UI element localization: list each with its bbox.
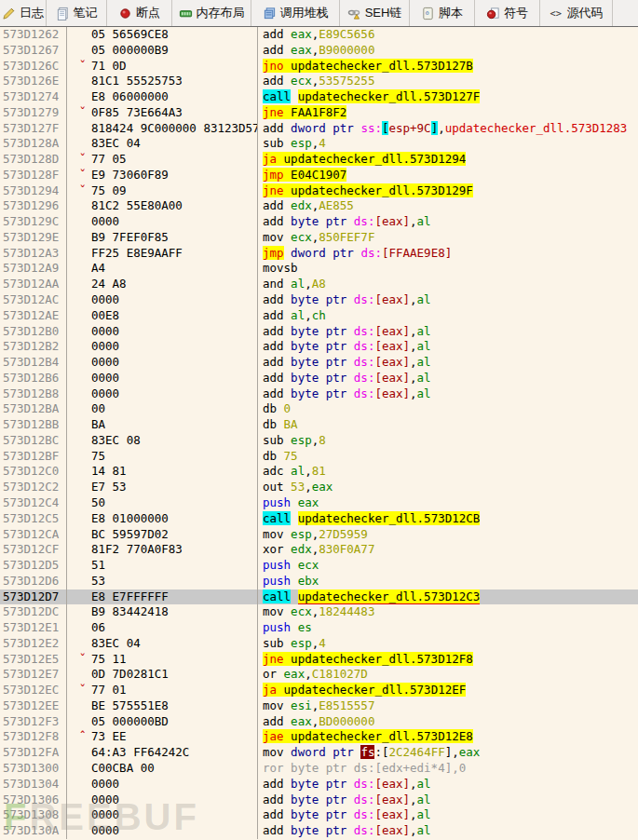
disasm-row[interactable]: 573D12AE00E8add al,ch bbox=[0, 308, 638, 324]
disasm-row[interactable]: 573D1300C00CBA 00ror byte ptr ds:[edx+ed… bbox=[0, 761, 638, 777]
tab-source[interactable]: <>源代码 bbox=[540, 0, 613, 26]
disasm-row[interactable]: 573D1279ˇ0F85 73E664A3jne FAA1F8F2 bbox=[0, 105, 638, 121]
disasm-row[interactable]: 573D12C450push eax bbox=[0, 495, 638, 511]
instruction-token: sub bbox=[263, 433, 291, 447]
instruction-cell: add eax,BD000000 bbox=[258, 714, 638, 730]
disasm-row[interactable]: 573D12C014 81adc al,81 bbox=[0, 464, 638, 480]
disasm-row[interactable]: 573D13060000add byte ptr ds:[eax],al bbox=[0, 793, 638, 808]
disasm-row[interactable]: 573D127F818424 9C000000 83123D57add dwor… bbox=[0, 121, 638, 137]
disasm-row[interactable]: 573D1294ˇ75 09jne updatechecker_dll.573D… bbox=[0, 183, 638, 199]
tab-notes[interactable]: 笔记 bbox=[47, 0, 107, 26]
log-icon bbox=[2, 7, 16, 20]
disasm-row[interactable]: 573D12E5ˇ75 11jne updatechecker_dll.573D… bbox=[0, 652, 638, 668]
disasm-row[interactable]: 573D12F305 000000BDadd eax,BD000000 bbox=[0, 714, 638, 730]
disasm-row[interactable]: 573D12B00000add byte ptr ds:[eax],al bbox=[0, 324, 638, 340]
disasm-row[interactable]: 573D12D551push ecx bbox=[0, 558, 638, 574]
disasm-row[interactable]: 573D12C5E8 01000000call updatechecker_dl… bbox=[0, 511, 638, 527]
disasm-row[interactable]: 573D12DCB9 83442418mov ecx,18244483 bbox=[0, 604, 638, 620]
tab-log[interactable]: 日志 bbox=[0, 0, 47, 26]
tab-bar: 日志笔记断点内存布局调用堆栈SEH链o脚本符号<>源代码 bbox=[0, 0, 638, 27]
bytes-cell: E8 06000000 bbox=[67, 89, 258, 105]
disasm-row[interactable]: 573D12BA00db 0 bbox=[0, 401, 638, 417]
address-cell: 573D1300 bbox=[0, 761, 67, 777]
disasm-row[interactable]: 573D126705 000000B9add eax,B9000000 bbox=[0, 43, 638, 59]
disasm-row[interactable]: 573D12BBBAdb BA bbox=[0, 417, 638, 433]
tab-symbols[interactable]: 符号 bbox=[475, 0, 540, 26]
disasm-row[interactable]: 573D12E70D 7D0281C1or eax,C181027D bbox=[0, 667, 638, 683]
tab-script[interactable]: o脚本 bbox=[410, 0, 475, 26]
disasm-row[interactable]: 573D12B40000add byte ptr ds:[eax],al bbox=[0, 355, 638, 371]
instruction-token: al bbox=[417, 823, 431, 837]
opcode-bytes: 71 0D bbox=[91, 59, 257, 75]
instruction-token: 4 bbox=[319, 136, 326, 150]
disasm-row[interactable]: 573D12EEBE 575551E8mov esi,E8515557 bbox=[0, 698, 638, 714]
instruction-cell: sub esp,4 bbox=[258, 136, 638, 152]
disasm-row[interactable]: 573D126E81C1 55525753add ecx,53575255 bbox=[0, 74, 638, 89]
disasm-row[interactable]: 573D128Dˇ77 05ja updatechecker_dll.573D1… bbox=[0, 152, 638, 168]
disasm-row[interactable]: 573D12E106push es bbox=[0, 620, 638, 636]
disasm-row[interactable]: 573D129C0000add byte ptr ds:[eax],al bbox=[0, 214, 638, 230]
instruction-token: [FFAAE9E8] bbox=[382, 246, 452, 260]
disasm-row[interactable]: 573D12BC83EC 08sub esp,8 bbox=[0, 433, 638, 449]
disasm-row[interactable]: 573D12F8ˆ73 EEjae updatechecker_dll.573D… bbox=[0, 729, 638, 745]
disasm-row[interactable]: 573D13040000add byte ptr ds:[eax],al bbox=[0, 777, 638, 793]
address-cell: 573D12D5 bbox=[0, 558, 67, 574]
disasm-row[interactable]: 573D13080000add byte ptr ds:[eax],al bbox=[0, 807, 638, 823]
disasm-row[interactable]: 573D12CABC 59597D02mov esp,27D5959 bbox=[0, 527, 638, 543]
bytes-cell: ˇ75 11 bbox=[67, 652, 258, 668]
instruction-cell: add eax,E89C5656 bbox=[258, 27, 638, 43]
disasm-row[interactable]: 573D12D653push ebx bbox=[0, 574, 638, 589]
bytes-cell: B9 83442418 bbox=[67, 604, 258, 620]
disasm-row[interactable]: 573D12CF81F2 770A0F83xor edx,830F0A77 bbox=[0, 542, 638, 558]
instruction-token: jmp bbox=[263, 246, 284, 260]
disasm-row[interactable]: 573D12A3FF25 E8E9AAFFjmp dword ptr ds:[F… bbox=[0, 246, 638, 262]
disasm-row[interactable]: 573D130A0000add byte ptr ds:[eax],al bbox=[0, 823, 638, 839]
disasm-row[interactable]: 573D129EB9 7FEF0F85mov ecx,850FEF7F bbox=[0, 230, 638, 246]
disasm-row[interactable]: 573D1274E8 06000000call updatechecker_dl… bbox=[0, 89, 638, 105]
disasm-row[interactable]: 573D12B60000add byte ptr ds:[eax],al bbox=[0, 371, 638, 386]
disasm-row[interactable]: 573D12B20000add byte ptr ds:[eax],al bbox=[0, 339, 638, 355]
tab-memory-map[interactable]: 内存布局 bbox=[172, 0, 251, 26]
disasm-row[interactable]: 573D12FA64:A3 FF64242Cmov dword ptr fs:[… bbox=[0, 745, 638, 761]
instruction-token: jne bbox=[263, 652, 284, 666]
instruction-cell: ja updatechecker_dll.573D1294 bbox=[258, 152, 638, 168]
disasm-row[interactable]: 573D12E283EC 04sub esp,4 bbox=[0, 636, 638, 652]
instruction-token: ds: bbox=[354, 339, 375, 353]
instruction-token: push bbox=[263, 495, 298, 509]
disasm-row[interactable]: 573D12AA24 A8and al,A8 bbox=[0, 277, 638, 292]
opcode-bytes: 0000 bbox=[91, 355, 257, 371]
disasm-row[interactable]: 573D12C2E7 53out 53,eax bbox=[0, 480, 638, 495]
instruction-token: mov bbox=[263, 230, 291, 244]
instruction-token: add bbox=[263, 807, 291, 821]
disasm-row[interactable]: 573D128A83EC 04sub esp,4 bbox=[0, 136, 638, 152]
address-cell: 573D128D bbox=[0, 152, 67, 168]
tab-call-stack[interactable]: 调用堆栈 bbox=[251, 0, 340, 26]
instruction-token: adc bbox=[263, 464, 291, 478]
disasm-row[interactable]: 573D12D7E8 E7FFFFFFcall updatechecker_dl… bbox=[0, 589, 638, 605]
opcode-bytes: 00E8 bbox=[91, 308, 257, 324]
opcode-bytes: 0D 7D0281C1 bbox=[91, 667, 257, 683]
instruction-token: add bbox=[263, 27, 291, 41]
disasm-row[interactable]: 573D12B80000add byte ptr ds:[eax],al bbox=[0, 386, 638, 402]
callstack-icon bbox=[263, 7, 277, 20]
disasm-row[interactable]: 573D12AC0000add byte ptr ds:[eax],al bbox=[0, 292, 638, 308]
disasm-row[interactable]: 573D128FˇE9 73060F89jmp E04C1907 bbox=[0, 168, 638, 183]
instruction-cell: sub esp,8 bbox=[258, 433, 638, 449]
symbol-icon bbox=[486, 7, 500, 20]
disasm-row[interactable]: 573D12BF75db 75 bbox=[0, 449, 638, 465]
disasm-row[interactable]: 573D129681C2 55E80A00add edx,AE855 bbox=[0, 198, 638, 214]
instruction-token: , bbox=[305, 308, 312, 322]
instruction-token: call bbox=[263, 89, 291, 103]
address-cell: 573D12E7 bbox=[0, 667, 67, 683]
tab-seh-chain[interactable]: SEH链 bbox=[340, 0, 410, 26]
instruction-token: byte ptr bbox=[291, 292, 354, 306]
arrow-slot bbox=[67, 511, 91, 527]
tab-breakpoints[interactable]: 断点 bbox=[107, 0, 172, 26]
disasm-row[interactable]: 573D126Cˇ71 0Djno updatechecker_dll.573D… bbox=[0, 59, 638, 75]
disasm-row[interactable]: 573D12ECˇ77 01ja updatechecker_dll.573D1… bbox=[0, 683, 638, 698]
disasm-row[interactable]: 573D126205 56569CE8add eax,E89C5656 bbox=[0, 27, 638, 43]
instruction-token: BD000000 bbox=[319, 714, 374, 728]
opcode-bytes: 0000 bbox=[91, 324, 257, 340]
instruction-cell: out 53,eax bbox=[258, 480, 638, 495]
disasm-row[interactable]: 573D12A9A4movsb bbox=[0, 261, 638, 277]
